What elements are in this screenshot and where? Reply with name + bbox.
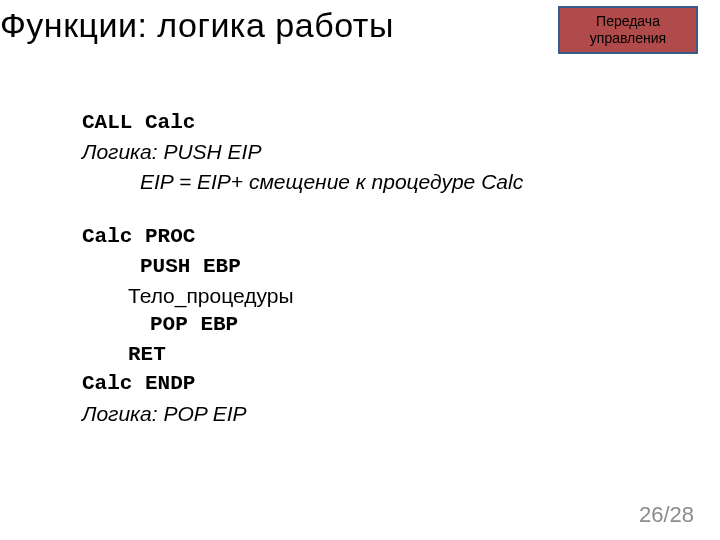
page-current: 26 xyxy=(639,502,663,527)
badge-line: управления xyxy=(590,30,666,48)
topic-badge: Передача управления xyxy=(558,6,698,54)
code-line: CALL Calc xyxy=(82,108,642,137)
code-line: Calc PROC xyxy=(82,222,642,251)
logic-instr: POP EIP xyxy=(163,402,246,425)
page-indicator: 26/28 xyxy=(639,502,694,528)
code-line: POP EBP xyxy=(82,310,642,339)
code-line: Calc ENDP xyxy=(82,369,642,398)
slide-title: Функции: логика работы xyxy=(0,6,394,45)
logic-line: Логика: POP EIP xyxy=(82,399,642,428)
logic-label: Логика: xyxy=(82,402,163,425)
code-line: PUSH EBP xyxy=(82,252,642,281)
logic-instr: PUSH EIP xyxy=(163,140,261,163)
page-total: 28 xyxy=(670,502,694,527)
logic-line: EIP = EIP+ смещение к процедуре Calc xyxy=(82,167,642,196)
badge-line: Передача xyxy=(596,13,660,31)
logic-line: Логика: PUSH EIP xyxy=(82,137,642,166)
logic-label: Логика: xyxy=(82,140,163,163)
code-block: CALL Calc Логика: PUSH EIP EIP = EIP+ см… xyxy=(82,108,642,428)
code-line: Тело_процедуры xyxy=(82,281,642,310)
code-line: RET xyxy=(82,340,642,369)
